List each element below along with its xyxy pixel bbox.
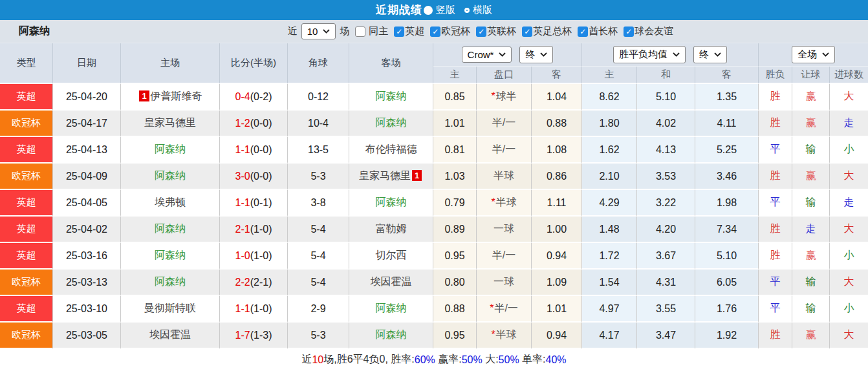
ah-away-odds: 1.09	[532, 270, 582, 296]
handicap-company-select[interactable]: Crow*	[462, 47, 512, 63]
ah-home-odds: 0.85	[433, 84, 477, 111]
red-card-badge: 1	[139, 90, 149, 101]
subcol-header-wdl: 胜负	[759, 67, 792, 84]
checkbox-checked-icon[interactable]: ✓	[522, 26, 532, 37]
team-name-highlighted: 阿森纳	[155, 223, 186, 234]
score-cell: 1-7(1-3)	[220, 323, 288, 349]
checkbox-checked-icon[interactable]: ✓	[394, 26, 404, 37]
radio-horizontal-layout[interactable]	[464, 8, 470, 13]
odds-away: 1.35	[695, 84, 759, 111]
corner-count: 10-4	[288, 111, 349, 137]
result-handicap: 赢	[792, 243, 830, 270]
radio-horizontal-label[interactable]: 横版	[473, 4, 492, 16]
handicap-time-select[interactable]: 终	[519, 46, 553, 63]
checkbox-checked-icon[interactable]: ✓	[578, 26, 588, 37]
result-wdl: 胜	[759, 111, 792, 137]
period-select[interactable]: 全场	[792, 46, 835, 63]
corner-count: 5-4	[288, 217, 349, 243]
match-row: 英超25-04-02阿森纳2-1(1-0)5-4富勒姆0.89一球1.001.4…	[0, 217, 868, 243]
half-time-score: (0-1)	[250, 197, 272, 208]
ah-home-odds: 1.03	[433, 164, 477, 190]
home-team: 皇家马德里	[121, 111, 220, 137]
odds-home: 4.29	[582, 190, 637, 217]
handicap-star: *	[490, 302, 494, 313]
odds-draw: 3.22	[637, 190, 695, 217]
league-badge: 英超	[0, 190, 53, 217]
full-time-score: 1-1	[235, 197, 250, 208]
ah-away-odds: 1.04	[532, 84, 582, 111]
team-name-highlighted: 阿森纳	[155, 143, 186, 154]
radio-vertical-label[interactable]: 竖版	[436, 4, 455, 16]
ah-home-odds: 0.89	[433, 217, 477, 243]
result-wdl: 平	[759, 137, 792, 164]
ah-line: *半球	[477, 190, 532, 217]
team-name-highlighted: 阿森纳	[155, 249, 186, 260]
score-cell: 3-0(0-0)	[220, 164, 288, 190]
odds-away: 6.05	[695, 270, 759, 296]
match-row: 英超25-04-201伊普斯维奇0-4(0-2)0-12阿森纳0.85*球半1.…	[0, 84, 868, 111]
league-badge: 欧冠杯	[0, 111, 53, 137]
odds-away: 1.98	[695, 190, 759, 217]
odds-away: 4.11	[695, 111, 759, 137]
chevron-down-icon	[323, 29, 330, 34]
subcol-header-goals: 进球数	[830, 67, 868, 84]
team-name: 皇家马德里	[144, 117, 196, 128]
match-row: 英超25-04-13阿森纳1-1(0-0)13-5布伦特福德0.81半/一1.0…	[0, 137, 868, 164]
filter-option[interactable]: ✓球会友谊	[624, 25, 673, 37]
team-name-header: 阿森纳	[19, 25, 50, 38]
col-header-date: 日期	[53, 43, 121, 84]
ah-home-odds: 0.81	[433, 137, 477, 164]
match-row: 欧冠杯25-04-09阿森纳3-0(0-0)5-3皇家马德里11.03半球0.8…	[0, 164, 868, 190]
odds-home: 1.48	[582, 217, 637, 243]
radio-vertical-layout[interactable]	[424, 6, 433, 15]
away-team: 布伦特福德	[349, 137, 433, 164]
odds-home: 1.54	[582, 270, 637, 296]
odds-draw: 3.55	[637, 296, 695, 323]
match-date: 25-04-13	[53, 137, 121, 164]
checkbox-unchecked-icon[interactable]	[355, 26, 365, 37]
summary-segment: 10	[312, 354, 323, 366]
checkbox-checked-icon[interactable]: ✓	[624, 26, 634, 37]
team-name: 富勒姆	[376, 223, 407, 234]
filter-option[interactable]: ✓英超	[394, 25, 424, 37]
recent-count-select[interactable]: 10	[301, 23, 336, 39]
result-goals: 大	[830, 84, 868, 111]
filter-option[interactable]: ✓英足总杯	[522, 25, 572, 37]
checkbox-checked-icon[interactable]: ✓	[476, 26, 486, 37]
result-handicap: 赢	[792, 84, 830, 111]
ah-away-odds: 0.94	[532, 323, 582, 349]
half-time-score: (1-3)	[250, 330, 272, 341]
score-cell: 0-4(0-2)	[220, 84, 288, 111]
corner-count: 5-3	[288, 323, 349, 349]
odds-time-select[interactable]: 终	[693, 46, 727, 63]
recent-prefix-label: 近	[288, 25, 298, 37]
filter-option[interactable]: 同主	[355, 25, 388, 37]
ah-home-odds: 0.95	[433, 243, 477, 270]
select-value: 终	[699, 48, 709, 61]
half-time-score: (0-0)	[250, 118, 272, 129]
chevron-down-icon	[714, 52, 721, 57]
filter-option[interactable]: ✓欧冠杯	[430, 25, 470, 37]
ah-line: 半球	[477, 164, 532, 190]
match-date: 25-03-05	[53, 323, 121, 349]
score-cell: 2-2(2-1)	[220, 270, 288, 296]
result-goals: 小	[830, 243, 868, 270]
match-date: 25-03-16	[53, 243, 121, 270]
filter-option-label: 英超	[405, 25, 424, 37]
odds-home: 1.80	[582, 111, 637, 137]
ah-away-odds: 1.08	[532, 137, 582, 164]
checkbox-checked-icon[interactable]: ✓	[430, 26, 440, 37]
home-team: 阿森纳	[121, 217, 220, 243]
filter-checkbox-list: 同主✓英超✓欧冠杯✓英联杯✓英足总杯✓酋长杯✓球会友谊	[349, 25, 673, 37]
filter-option[interactable]: ✓酋长杯	[578, 25, 618, 37]
away-team: 富勒姆	[349, 217, 433, 243]
score-cell: 1-1(0-0)	[220, 137, 288, 164]
odds-draw: 4.20	[637, 217, 695, 243]
page-title: 近期战绩	[376, 3, 422, 17]
home-team: 阿森纳	[121, 243, 220, 270]
odds-draw: 3.53	[637, 164, 695, 190]
result-handicap: 赢	[792, 164, 830, 190]
col-header-corner: 角球	[288, 43, 349, 84]
odds-type-select[interactable]: 胜平负均值	[613, 46, 686, 63]
filter-option[interactable]: ✓英联杯	[476, 25, 516, 37]
